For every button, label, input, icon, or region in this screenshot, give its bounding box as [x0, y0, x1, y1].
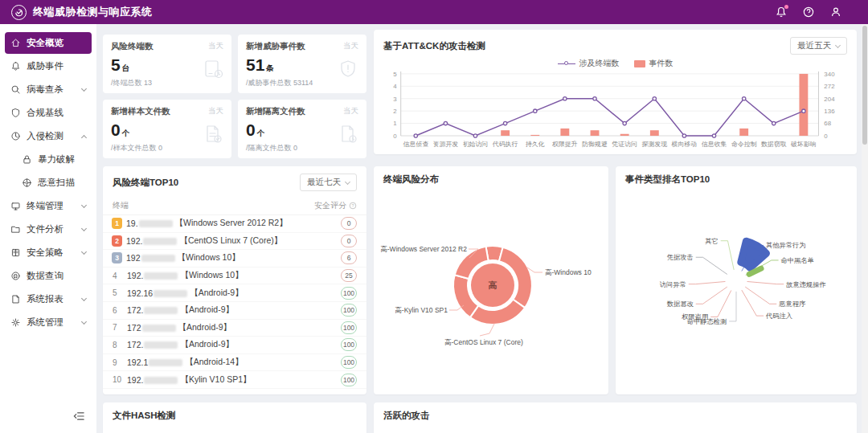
security-score-badge: 100: [341, 321, 357, 334]
svg-text:204: 204: [824, 96, 835, 103]
sidebar-item-monitor[interactable]: 终端管理: [5, 195, 92, 217]
sidebar-item-label: 恶意扫描: [38, 177, 75, 189]
terminal-os: 【Windows Server 2012 R2】: [175, 218, 288, 229]
security-score-badge: 25: [341, 269, 357, 282]
table-row[interactable]: 9192.1【Android-14】100: [103, 354, 366, 372]
rank-number: 5: [113, 288, 127, 297]
rank-number: 10: [113, 375, 127, 384]
user-icon[interactable]: [829, 6, 842, 18]
folder-icon: [10, 224, 21, 235]
sidebar-item-gear[interactable]: 系统管理: [5, 312, 92, 333]
sidebar-item-label: 安全概览: [27, 37, 63, 49]
sidebar-item-label: 威胁事件: [27, 60, 63, 72]
security-score-badge: 100: [341, 338, 357, 351]
svg-text:资源开发: 资源开发: [433, 141, 459, 148]
terminal-os: 【Android-9】: [180, 304, 234, 316]
legend-bar-item[interactable]: 事件数: [634, 58, 674, 69]
sidebar-item-gauge[interactable]: 入侵检测: [5, 125, 92, 147]
sidebar-item-label: 文件分析: [27, 223, 63, 235]
active-attacks-panel: 活跃的攻击: [374, 402, 857, 433]
terminal-os: 【Kylin V10 SP1】: [180, 374, 251, 386]
sidebar-item-folder[interactable]: 文件分析: [5, 219, 92, 240]
stat-card[interactable]: 新增样本文件数当天0个/样本文件总数 0: [103, 100, 231, 158]
stat-card[interactable]: 新增威胁事件数当天51条/威胁事件总数 53114: [238, 35, 366, 93]
stat-card[interactable]: 新增隔离文件数当天0个/隔离文件总数 0: [238, 100, 366, 158]
page-scrollbar[interactable]: [862, 24, 868, 433]
scrollbar-thumb[interactable]: [862, 26, 867, 145]
rank-number: 6: [113, 306, 127, 315]
sidebar-item-bell[interactable]: 威胁事件: [5, 55, 92, 77]
sidebar-item-policy[interactable]: 安全策略: [5, 242, 92, 263]
table-row[interactable]: 3192【Windows 10】6: [103, 250, 366, 268]
risk-range-select[interactable]: 最近七天: [300, 174, 357, 191]
help-icon[interactable]: [802, 6, 815, 18]
table-row[interactable]: 10192.【Kylin V10 SP1】100: [103, 371, 366, 389]
bell-icon[interactable]: [775, 6, 788, 18]
file-sample-icon: [203, 124, 223, 148]
svg-text:高-Windows 10: 高-Windows 10: [545, 268, 592, 276]
sidebar-item-label: 安全策略: [27, 247, 63, 259]
risk-table-header: 终端 安全评分 ?: [103, 198, 366, 215]
sidebar-item-shield[interactable]: 合规基线: [5, 102, 92, 124]
event-ranking-title: 事件类型排名TOP10: [625, 174, 710, 186]
attack-range-select[interactable]: 最近五天: [790, 37, 847, 55]
stat-card-title: 新增样本文件数: [111, 106, 223, 117]
security-score-badge: 100: [341, 356, 357, 369]
sidebar-item-report[interactable]: 系统报表: [5, 288, 92, 310]
terminal-os: 【Android-9】: [190, 288, 244, 299]
terminal-ip: 192.: [126, 236, 142, 246]
redacted-ip-segment: [154, 290, 187, 297]
device-icon: [203, 59, 223, 83]
redacted-ip-segment: [141, 255, 175, 262]
sidebar-item-label: 数据查询: [27, 270, 63, 282]
risk-distribution-chart: 高 高-Windows Server 2012 R2 高-Windows 10 …: [374, 190, 608, 391]
table-row[interactable]: 2192.【CentOS Linux 7 (Core)】0: [103, 233, 366, 251]
stat-card-tag: 当天: [343, 41, 358, 51]
sidebar-item-scan[interactable]: 恶意扫描: [16, 172, 92, 194]
security-score-badge: 6: [341, 251, 357, 264]
attack-legend: 涉及终端数 事件数: [374, 58, 857, 69]
svg-text:持久化: 持久化: [525, 141, 545, 148]
svg-text:3: 3: [393, 96, 397, 103]
redacted-ip-segment: [142, 325, 176, 332]
sidebar-item-home[interactable]: 安全概览: [5, 32, 92, 54]
table-row[interactable]: 8172.【Android-9】100: [103, 337, 366, 354]
stat-card[interactable]: 风险终端数当天5台/终端总数 13: [103, 35, 231, 93]
table-row[interactable]: 6172.【Android-9】100: [103, 302, 366, 320]
table-row[interactable]: 119.【Windows Server 2012 R2】0: [103, 215, 366, 233]
terminal-ip: 192.16: [127, 288, 153, 298]
chevron-down-icon: [81, 296, 87, 301]
rank-number: 4: [113, 272, 127, 280]
terminal-os: 【Windows 10】: [180, 270, 243, 281]
legend-line-item[interactable]: 涉及终端数: [558, 58, 620, 69]
sidebar-collapse-icon[interactable]: [73, 411, 85, 425]
score-info-icon[interactable]: ?: [349, 202, 357, 210]
table-row[interactable]: 5192.16【Android-9】100: [103, 284, 366, 302]
risk-distribution-title: 终端风险分布: [383, 174, 439, 186]
stat-card-title: 风险终端数: [111, 41, 223, 52]
notification-dot: [784, 5, 788, 9]
svg-text:防御规避: 防御规避: [582, 141, 608, 148]
risk-table: 119.【Windows Server 2012 R2】02192.【CentO…: [103, 215, 366, 389]
sidebar: 安全概览威胁事件病毒查杀合规基线入侵检测暴力破解恶意扫描终端管理文件分析安全策略…: [0, 24, 96, 433]
chevron-down-icon: [81, 86, 87, 92]
sidebar-item-data[interactable]: 数据查询: [5, 265, 92, 287]
terminal-ip: 172.: [127, 340, 143, 349]
svg-text:?: ?: [351, 203, 354, 208]
table-row[interactable]: 4192.【Windows 10】25: [103, 268, 366, 285]
svg-text:1: 1: [393, 120, 396, 127]
pie-center-label: 高: [489, 280, 497, 290]
table-row[interactable]: 7172【Android-9】100: [103, 320, 366, 337]
gauge-icon: [10, 131, 21, 141]
attack-panel-title: 基于ATT&CK的攻击检测: [383, 40, 485, 52]
policy-icon: [10, 247, 21, 258]
sidebar-item-search[interactable]: 病毒查杀: [5, 79, 92, 100]
svg-text:数据窃取: 数据窃取: [761, 141, 787, 148]
svg-text:探测发现: 探测发现: [642, 141, 668, 148]
monitor-icon: [10, 201, 21, 211]
sidebar-item-lock[interactable]: 暴力破解: [16, 149, 92, 170]
stat-card-title: 新增隔离文件数: [246, 106, 358, 117]
security-score-badge: 100: [341, 287, 357, 300]
bar-marker-icon: [634, 60, 645, 67]
rank-medal-icon: 2: [112, 235, 122, 247]
